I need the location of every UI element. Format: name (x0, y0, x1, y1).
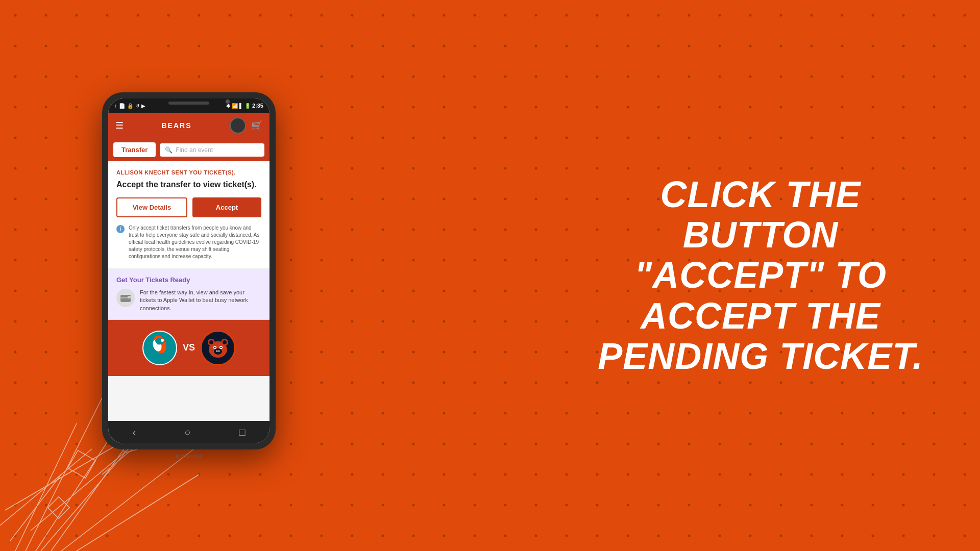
tickets-ready-title: Get Your Tickets Ready (116, 276, 261, 284)
dolphins-logo-icon (142, 330, 178, 366)
battery-icon: 🔋 (244, 103, 251, 109)
svg-point-24 (161, 339, 164, 342)
lock-icon: 🔒 (127, 103, 133, 109)
svg-rect-16 (48, 497, 69, 518)
view-details-button[interactable]: View Details (116, 197, 187, 217)
transfer-action-buttons: View Details Accept (116, 197, 261, 217)
app-content: ALLISON KNECHT SENT YOU TICKET(S). Accep… (108, 161, 270, 421)
vs-text: VS (183, 342, 195, 353)
hamburger-menu-icon[interactable]: ☰ (115, 120, 124, 131)
phone-camera (226, 99, 230, 104)
cart-icon[interactable]: 🛒 (251, 120, 262, 131)
svg-line-9 (61, 449, 194, 551)
phone-speaker (168, 102, 209, 105)
play-icon: ▶ (141, 103, 145, 109)
user-avatar[interactable] (230, 117, 246, 134)
status-time: 2:35 (252, 103, 263, 109)
instruction-text: CLICK THE BUTTON "ACCEPT" TO ACCEPT THE … (582, 174, 939, 377)
bears-brand-logo: BEARS (161, 121, 191, 130)
home-nav-button[interactable]: ○ (174, 422, 201, 442)
status-bar: ↑ 📄 🔒 ↺ ▶ ✱ 📶 ▌ 🔋 2:35 (108, 98, 270, 113)
status-left-icons: ↑ 📄 🔒 ↺ ▶ (114, 103, 145, 109)
back-nav-button[interactable]: ‹ (122, 422, 146, 442)
phone-screen: ↑ 📄 🔒 ↺ ▶ ✱ 📶 ▌ 🔋 2:35 ☰ BEARS (108, 98, 270, 443)
phone-brand-label: motorola (102, 453, 276, 459)
status-right-icons: ✱ 📶 ▌ 🔋 2:35 (226, 103, 263, 109)
svg-point-37 (218, 350, 220, 352)
transfer-sender-text: ALLISON KNECHT SENT YOU TICKET(S). (116, 169, 261, 176)
bottom-nav: ‹ ○ □ (108, 421, 270, 443)
apple-wallet-icon (116, 289, 135, 307)
svg-point-30 (223, 340, 227, 344)
phone-outer-shell: ↑ 📄 🔒 ↺ ▶ ✱ 📶 ▌ 🔋 2:35 ☰ BEARS (102, 92, 276, 449)
header-right-actions: 🛒 (230, 117, 262, 134)
game-card: VS (108, 320, 270, 376)
accept-button[interactable]: Accept (192, 197, 261, 217)
signal-icon: ▌ (239, 103, 243, 109)
transfer-tab[interactable]: Transfer (113, 142, 156, 157)
app-header: ☰ BEARS 🛒 (108, 113, 270, 138)
search-placeholder: Find an event (176, 146, 213, 154)
bluetooth-icon: ✱ (226, 103, 230, 109)
wifi-icon: 📶 (232, 103, 238, 109)
info-icon: i (116, 225, 125, 233)
instruction-panel: CLICK THE BUTTON "ACCEPT" TO ACCEPT THE … (582, 174, 939, 377)
recent-apps-nav-button[interactable]: □ (229, 422, 255, 442)
tickets-ready-text: For the fastest way in, view and save yo… (140, 289, 261, 312)
svg-point-34 (220, 346, 222, 348)
doc-icon: 📄 (119, 103, 125, 109)
back-arrow-icon: ↑ (114, 103, 117, 109)
phone-mockup: ↑ 📄 🔒 ↺ ▶ ✱ 📶 ▌ 🔋 2:35 ☰ BEARS (102, 92, 276, 459)
svg-rect-14 (68, 450, 96, 479)
info-text: Only accept ticket transfers from people… (129, 224, 261, 260)
svg-line-7 (10, 474, 61, 541)
tickets-ready-card: Get Your Tickets Ready For the fastest w… (108, 269, 270, 320)
svg-point-32 (214, 346, 216, 348)
svg-point-35 (214, 348, 222, 355)
svg-line-13 (77, 474, 199, 551)
svg-line-4 (15, 423, 77, 551)
tab-bar: Transfer 🔍 Find an event (108, 138, 270, 161)
bears-logo-icon (200, 330, 236, 366)
sync-icon: ↺ (135, 103, 139, 109)
info-box: i Only accept ticket transfers from peop… (116, 224, 261, 260)
search-box[interactable]: 🔍 Find an event (160, 143, 264, 157)
tickets-ready-content: For the fastest way in, view and save yo… (116, 289, 261, 312)
transfer-subtitle: Accept the transfer to view ticket(s). (116, 180, 261, 190)
svg-rect-20 (128, 296, 131, 298)
team-logos: VS (142, 330, 236, 366)
svg-point-28 (209, 340, 213, 344)
svg-point-36 (216, 350, 218, 352)
search-icon: 🔍 (165, 146, 173, 154)
svg-line-2 (26, 398, 102, 551)
transfer-card: ALLISON KNECHT SENT YOU TICKET(S). Accep… (108, 161, 270, 269)
svg-line-6 (0, 449, 92, 525)
